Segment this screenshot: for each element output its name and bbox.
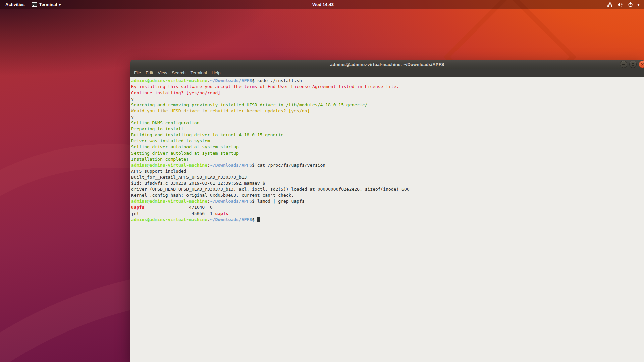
terminal-window: admins@admins-virtual-machine: ~/Downloa… [130, 60, 644, 362]
text-run: Built_for__Retail_APFS_UFSD_HEAD_r330373… [131, 175, 247, 180]
terminal-line: Built_for__Retail_APFS_UFSD_HEAD_r330373… [131, 174, 644, 180]
text-run: driver (UFSD_HEAD UFSD_HEAD_r330373_b13,… [131, 187, 410, 192]
text-run: admins@admins-virtual-machine [131, 217, 207, 222]
text-run: Would you like UFSD driver to rebuild af… [131, 108, 310, 113]
cursor [257, 217, 260, 222]
text-run: ~/Downloads/APFS [210, 163, 252, 168]
app-menu-label: Terminal [39, 2, 57, 7]
terminal-body[interactable]: admins@admins-virtual-machine:~/Download… [130, 77, 644, 362]
terminal-line: Kernel .config hash: original 0xd05b0e63… [131, 192, 644, 198]
menu-help[interactable]: Help [209, 69, 223, 77]
terminal-line: Preparing to install [131, 126, 644, 132]
text-run: uapfs [215, 211, 228, 216]
text-run: : [207, 163, 210, 168]
top-bar: Activities Terminal ▾ Wed 14:43 [0, 0, 644, 9]
text-run: ~/Downloads/APFS [210, 199, 252, 204]
text-run: admins@admins-virtual-machine [131, 163, 207, 168]
window-controls: × [620, 61, 644, 68]
text-run: $ [252, 217, 257, 222]
text-run: y [131, 96, 134, 101]
menu-bar: File Edit View Search Terminal Help [130, 69, 644, 77]
terminal-line: Continue installing? [yes/no/read]. [131, 90, 644, 96]
clock[interactable]: Wed 14:43 [307, 0, 337, 9]
terminal-line: Setting driver autoload at system startu… [131, 150, 644, 156]
terminal-line: By installing this software you accept t… [131, 84, 644, 90]
terminal-line: Driver was installed to system [131, 138, 644, 144]
text-run: Continue installing? [yes/no/read]. [131, 90, 223, 95]
maximize-button[interactable] [629, 61, 637, 68]
terminal-line: driver (UFSD_HEAD UFSD_HEAD_r330373_b13,… [131, 186, 644, 192]
terminal-line: APFS support included [131, 168, 644, 174]
text-run: ~/Downloads/APFS [210, 78, 252, 83]
terminal-line: Installation complete! [131, 156, 644, 162]
text-run: Setting driver autoload at system startu… [131, 150, 239, 156]
text-run: Kernel .config hash: original 0xd05b0e63… [131, 193, 294, 198]
text-run: Searching and removing previously instal… [131, 102, 367, 107]
text-run: Setting driver autoload at system startu… [131, 144, 239, 149]
app-menu-terminal[interactable]: Terminal ▾ [28, 0, 64, 9]
terminal-line: admins@admins-virtual-machine:~/Download… [131, 78, 644, 84]
system-menu[interactable]: ▾ [607, 0, 639, 9]
text-run: 471040 0 [144, 205, 213, 210]
terminal-line: admins@admins-virtual-machine:~/Download… [131, 198, 644, 204]
menu-view[interactable]: View [155, 69, 169, 77]
text-run: : [207, 78, 210, 83]
terminal-line: Building and installing driver to kernel… [131, 132, 644, 138]
activities-button[interactable]: Activities [0, 0, 28, 9]
text-run: jnl 45056 1 [131, 211, 215, 216]
terminal-line: y [131, 114, 644, 120]
minimize-button[interactable] [620, 61, 627, 68]
text-run: Building and installing driver to kernel… [131, 132, 283, 137]
terminal-line: y [131, 96, 644, 102]
text-run: ~/Downloads/APFS [210, 217, 252, 222]
terminal-line: Setting DKMS configuration [131, 120, 644, 126]
text-run: admins@admins-virtual-machine [131, 78, 207, 83]
menu-file[interactable]: File [131, 69, 143, 77]
text-run: uapfs [131, 205, 144, 210]
close-icon: × [641, 62, 644, 67]
title-bar[interactable]: admins@admins-virtual-machine: ~/Downloa… [130, 60, 644, 69]
text-run: $ lsmod | grep uapfs [252, 199, 305, 204]
terminal-line: Would you like UFSD driver to rebuild af… [131, 108, 644, 114]
minimize-icon [622, 64, 625, 65]
text-run: APFS support included [131, 169, 186, 174]
network-icon [607, 2, 613, 7]
terminal-line: admins@admins-virtual-machine:~/Download… [131, 162, 644, 168]
terminal-line: $Id: ufsdvfs.c 330238 2019-03-01 12:39:5… [131, 180, 644, 186]
window-title: admins@admins-virtual-machine: ~/Downloa… [330, 62, 444, 67]
terminal-line: Searching and removing previously instal… [131, 102, 644, 108]
top-bar-right: ▾ [607, 0, 644, 9]
top-bar-left: Activities Terminal ▾ [0, 0, 64, 9]
text-run: admins@admins-virtual-machine [131, 199, 207, 204]
text-run: Installation complete! [131, 157, 189, 162]
text-run: $ sudo ./install.sh [252, 78, 302, 83]
text-run: Driver was installed to system [131, 138, 210, 143]
text-run: Preparing to install [131, 126, 184, 131]
close-button[interactable]: × [639, 61, 644, 68]
text-run: Setting DKMS configuration [131, 120, 200, 125]
terminal-line: jnl 45056 1 uapfs [131, 210, 644, 217]
text-run: : [207, 217, 210, 222]
maximize-icon [632, 63, 634, 66]
text-run: : [207, 199, 210, 204]
text-run: y [131, 114, 134, 119]
chevron-down-icon: ▾ [59, 3, 61, 7]
terminal-line: Setting driver autoload at system startu… [131, 144, 644, 150]
text-run: $Id: ufsdvfs.c 330238 2019-03-01 12:39:5… [131, 181, 265, 186]
power-icon [628, 2, 633, 7]
menu-search[interactable]: Search [169, 69, 188, 77]
terminal-line: admins@admins-virtual-machine:~/Download… [131, 217, 644, 223]
text-run: $ cat /proc/fs/uapfs/version [252, 163, 325, 168]
terminal-icon [32, 2, 37, 7]
menu-terminal[interactable]: Terminal [188, 69, 209, 77]
text-run: By installing this software you accept t… [131, 84, 399, 89]
volume-icon [617, 2, 623, 7]
chevron-down-icon: ▾ [638, 3, 639, 7]
top-bar-center: Wed 14:43 [307, 0, 337, 9]
menu-edit[interactable]: Edit [143, 69, 155, 77]
terminal-line: uapfs 471040 0 [131, 204, 644, 210]
